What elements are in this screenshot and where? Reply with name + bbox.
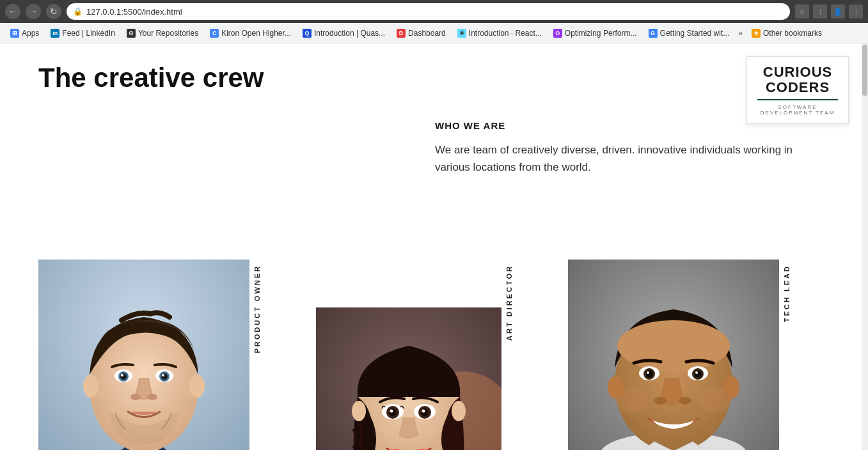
- scrollbar[interactable]: [862, 43, 868, 450]
- bookmark-apps-label: Apps: [22, 29, 39, 38]
- bookmarks-bar: ⊞ Apps in Feed | LinkedIn ⊙ Your Reposit…: [0, 23, 868, 43]
- bookmark-quas[interactable]: Q Introduction | Quas...: [297, 25, 390, 42]
- bookmark-other-label: Other bookmarks: [763, 29, 822, 38]
- svg-point-26: [390, 410, 393, 413]
- other-favicon: ★: [752, 29, 761, 38]
- bookmark-apps[interactable]: ⊞ Apps: [5, 25, 44, 42]
- member-1-photo: [38, 260, 249, 450]
- url-text: 127.0.0.1:5500/index.html: [86, 7, 182, 17]
- svg-point-31: [352, 401, 366, 421]
- member-3-photo: [568, 260, 779, 450]
- team-wrapper: PRODUCT OWNER: [38, 260, 794, 450]
- who-we-are-section: WHO WE ARE We are team of creatively div…: [435, 120, 806, 176]
- bookmark-gs-label: Getting Started wit...: [660, 29, 730, 38]
- github-favicon: ⊙: [127, 29, 136, 38]
- bookmark-optimizing[interactable]: O Optimizing Perform...: [548, 25, 642, 42]
- svg-point-52: [723, 376, 739, 399]
- dashboard-favicon: D: [397, 29, 406, 38]
- bookmarks-icon[interactable]: ☆: [795, 4, 809, 19]
- bookmark-repos-label: Your Repositories: [138, 29, 198, 38]
- bookmark-dashboard[interactable]: D Dashboard: [391, 25, 451, 42]
- main-heading: The creative crew: [38, 63, 358, 93]
- svg-point-16: [189, 375, 205, 398]
- member-2-photo: [316, 307, 501, 450]
- linkedin-favicon: in: [51, 29, 59, 38]
- extensions-icon[interactable]: ⋮: [813, 4, 827, 19]
- kiron-favicon: C: [210, 29, 219, 38]
- svg-point-29: [421, 408, 429, 416]
- who-description: We are team of creatively diverse, drive…: [435, 141, 806, 176]
- svg-point-45: [695, 371, 702, 378]
- svg-point-14: [147, 394, 157, 400]
- forward-button[interactable]: →: [26, 4, 41, 19]
- svg-point-42: [647, 371, 649, 374]
- logo-title: CURIOUS CODERS: [757, 65, 838, 95]
- opt-favicon: O: [553, 29, 562, 38]
- lock-icon: 🔒: [73, 7, 83, 16]
- svg-point-32: [452, 401, 466, 421]
- logo-container: CURIOUS CODERS SOFTWARE DEVELOPMENT TEAM: [746, 56, 849, 124]
- browser-actions: ☆ ⋮ 👤 ⋮: [795, 4, 863, 19]
- bookmark-opt-label: Optimizing Perform...: [565, 29, 637, 38]
- svg-point-11: [161, 373, 168, 380]
- svg-point-47: [654, 397, 667, 405]
- logo-subtitle: SOFTWARE DEVELOPMENT TEAM: [757, 104, 838, 116]
- svg-point-48: [679, 397, 691, 405]
- team-member-3: TECH LEAD: [568, 260, 794, 450]
- logo-line2: CODERS: [766, 79, 830, 95]
- bookmark-kiron[interactable]: C Kiron Open Higher...: [205, 25, 296, 42]
- bookmark-linkedin[interactable]: in Feed | LinkedIn: [45, 25, 120, 42]
- apps-favicon: ⊞: [10, 29, 19, 38]
- profile-icon[interactable]: 👤: [831, 4, 845, 19]
- svg-point-30: [422, 410, 425, 413]
- svg-point-51: [608, 376, 624, 399]
- menu-icon[interactable]: ⋮: [849, 4, 863, 19]
- logo-line1: CURIOUS: [763, 64, 832, 80]
- svg-point-7: [120, 373, 127, 380]
- team-member-2: ART DIRECTOR: [316, 260, 517, 450]
- address-bar[interactable]: 🔒 127.0.0.1:5500/index.html: [67, 3, 790, 20]
- bookmark-kiron-label: Kiron Open Higher...: [221, 29, 291, 38]
- bookmark-react-label: Introduction · React...: [469, 29, 542, 38]
- svg-point-41: [646, 371, 653, 378]
- browser-chrome: ← → ↻ 🔒 127.0.0.1:5500/index.html ☆ ⋮ 👤 …: [0, 0, 868, 23]
- page-content: CURIOUS CODERS SOFTWARE DEVELOPMENT TEAM…: [0, 43, 868, 450]
- bookmark-quas-label: Introduction | Quas...: [314, 29, 385, 38]
- who-title: WHO WE ARE: [435, 120, 806, 131]
- bookmark-repos[interactable]: ⊙ Your Repositories: [122, 25, 203, 42]
- bookmark-dashboard-label: Dashboard: [408, 29, 446, 38]
- svg-point-15: [83, 375, 99, 398]
- svg-point-25: [389, 408, 397, 416]
- member-1-role: PRODUCT OWNER: [249, 260, 265, 359]
- scrollbar-thumb[interactable]: [862, 45, 867, 96]
- team-member-1: PRODUCT OWNER: [38, 260, 265, 450]
- react-favicon: ⚛: [457, 29, 466, 38]
- member-2-role: ART DIRECTOR: [501, 260, 517, 346]
- bookmark-other[interactable]: ★ Other bookmarks: [746, 25, 827, 42]
- bookmark-linkedin-label: Feed | LinkedIn: [62, 29, 115, 38]
- svg-point-8: [121, 374, 123, 376]
- logo-divider: [757, 99, 838, 100]
- quas-favicon: Q: [303, 29, 312, 38]
- bookmark-react[interactable]: ⚛ Introduction · React...: [452, 25, 547, 42]
- back-button[interactable]: ←: [5, 4, 20, 19]
- member-3-role: TECH LEAD: [779, 260, 794, 327]
- more-bookmarks-btn[interactable]: »: [736, 29, 745, 38]
- bookmark-getting-started[interactable]: G Getting Started wit...: [643, 25, 735, 42]
- svg-point-46: [695, 371, 698, 374]
- reload-button[interactable]: ↻: [46, 4, 61, 19]
- svg-point-13: [130, 394, 141, 400]
- gs-favicon: G: [649, 29, 658, 38]
- team-section: PRODUCT OWNER: [38, 260, 830, 450]
- svg-point-12: [162, 374, 164, 376]
